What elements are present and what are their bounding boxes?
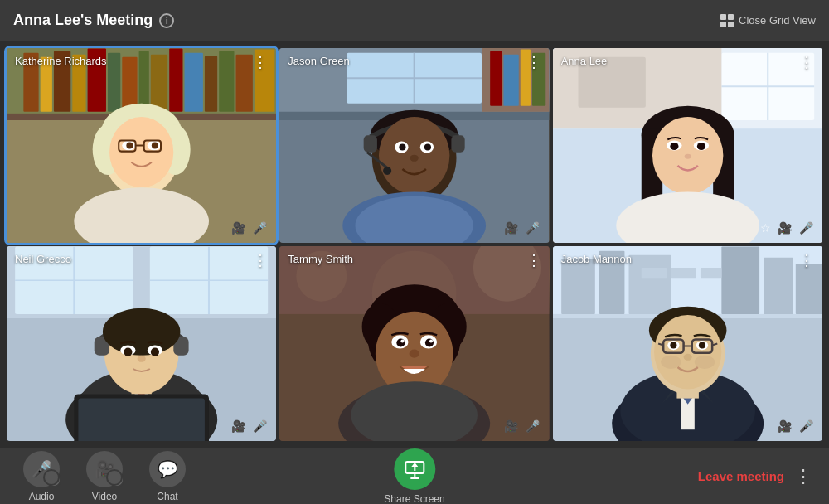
svg-point-71 <box>670 143 678 150</box>
leave-meeting-button[interactable]: Leave meeting <box>698 469 784 483</box>
svg-rect-7 <box>108 53 120 112</box>
video-icon-neil: 🎥 <box>230 418 246 434</box>
video-cell-jason: Jason Green ⋮ 🎥 🎤 <box>279 48 549 243</box>
svg-point-151 <box>670 342 676 348</box>
video-feed-katherine <box>7 48 276 243</box>
participant-name-neil: Neil Grecco <box>15 253 71 265</box>
video-grid: Katherine Richards ⋮ 🎥 🎤 <box>0 41 829 448</box>
svg-point-56 <box>383 167 391 175</box>
svg-rect-40 <box>504 55 519 106</box>
participant-name-anna: Anna Lee <box>561 55 608 67</box>
more-options-tammy[interactable]: ⋮ <box>526 253 541 268</box>
cell-controls-jason: 🎥 🎤 <box>503 220 541 236</box>
svg-point-50 <box>400 143 406 150</box>
share-label: Share Screen <box>384 493 444 505</box>
svg-point-154 <box>661 356 681 369</box>
participant-name-jacob: Jacob Mannon <box>561 253 632 265</box>
mic-toolbar-icon: 🎤 <box>32 459 52 479</box>
participant-name-jason: Jason Green <box>288 55 349 67</box>
audio-label: Audio <box>29 491 55 502</box>
svg-point-91 <box>103 308 181 356</box>
mic-icon-jason: 🎤 <box>525 220 541 236</box>
cell-controls-jacob: 🎥 🎤 <box>776 418 814 434</box>
chat-icon: 💬 <box>158 459 178 479</box>
mic-icon-anna: 🎤 <box>797 220 814 236</box>
close-grid-label: Close Grid View <box>739 14 816 27</box>
svg-rect-46 <box>452 135 465 152</box>
cell-controls-neil: 🎥 🎤 <box>230 418 268 434</box>
video-feed-anna <box>553 48 822 243</box>
grid-view-icon <box>720 14 734 27</box>
svg-rect-98 <box>78 399 204 441</box>
video-feed-jason <box>279 48 549 243</box>
share-screen-icon <box>404 458 425 480</box>
more-options-jacob[interactable]: ⋮ <box>799 253 814 268</box>
svg-point-117 <box>429 339 433 342</box>
mic-icon-neil: 🎤 <box>251 418 268 434</box>
video-feed-tammy <box>279 246 549 441</box>
meeting-title: Anna Lee's Meeting <box>13 12 153 29</box>
svg-rect-127 <box>721 247 759 314</box>
cell-controls-katherine: 🎥 🎤 <box>230 220 268 236</box>
svg-rect-130 <box>641 268 667 278</box>
more-options-toolbar[interactable]: ⋮ <box>794 466 812 487</box>
cell-controls-tammy: 🎥 🎤 <box>503 418 541 434</box>
svg-rect-13 <box>205 56 217 112</box>
toolbar-right: Leave meeting ⋮ <box>698 466 812 487</box>
video-feed-jacob <box>553 246 822 441</box>
svg-rect-12 <box>185 53 203 112</box>
svg-rect-128 <box>764 258 793 314</box>
svg-point-27 <box>152 142 158 148</box>
svg-rect-14 <box>219 51 234 112</box>
more-options-jason[interactable]: ⋮ <box>526 55 541 70</box>
video-icon-katherine: 🎥 <box>230 220 246 236</box>
star-icon-anna[interactable]: ☆ <box>760 221 771 235</box>
more-options-katherine[interactable]: ⋮ <box>253 55 268 70</box>
share-screen-center: Share Screen <box>384 448 444 505</box>
audio-icon-wrap: 🎤 ▲ <box>23 451 60 487</box>
chat-label: Chat <box>157 491 177 502</box>
video-icon-wrap: 🎥 ▲ <box>86 451 123 487</box>
svg-point-73 <box>684 154 691 159</box>
video-chevron-icon: ▲ <box>109 472 124 487</box>
svg-point-95 <box>151 348 159 356</box>
svg-point-26 <box>126 142 133 148</box>
svg-point-115 <box>425 338 434 346</box>
svg-rect-45 <box>364 135 377 152</box>
close-grid-view-button[interactable]: Close Grid View <box>720 14 816 27</box>
svg-rect-129 <box>795 264 822 314</box>
info-icon[interactable]: i <box>159 13 174 28</box>
share-screen-button[interactable]: Share Screen <box>384 448 444 505</box>
svg-point-23 <box>109 117 173 187</box>
svg-rect-39 <box>490 51 502 106</box>
audio-button[interactable]: 🎤 ▲ Audio <box>17 448 66 505</box>
video-cell-jacob: Jacob Mannon ⋮ 🎥 🎤 <box>553 246 822 441</box>
svg-point-96 <box>138 356 146 362</box>
header: Anna Lee's Meeting i Close Grid View <box>0 0 829 41</box>
svg-rect-126 <box>628 255 671 314</box>
svg-point-51 <box>424 143 431 150</box>
svg-rect-9 <box>139 51 149 112</box>
svg-point-52 <box>410 155 419 162</box>
svg-rect-124 <box>561 259 595 314</box>
svg-point-116 <box>401 339 405 342</box>
svg-rect-10 <box>151 55 167 112</box>
svg-point-155 <box>694 356 714 369</box>
mic-icon-katherine: 🎤 <box>251 220 268 236</box>
video-button[interactable]: 🎥 ▲ Video <box>80 448 129 505</box>
audio-chevron-icon: ▲ <box>46 472 61 487</box>
share-screen-icon-wrap <box>394 448 435 490</box>
camera-toolbar-icon: 🎥 <box>95 459 115 479</box>
svg-rect-8 <box>122 57 137 112</box>
participant-name-katherine: Katherine Richards <box>15 55 107 67</box>
video-icon-anna: 🎥 <box>776 220 793 236</box>
toolbar-left: 🎤 ▲ Audio 🎥 ▲ Video 💬 Chat <box>17 448 192 505</box>
video-feed-neil <box>7 246 276 441</box>
more-options-neil[interactable]: ⋮ <box>253 253 268 268</box>
svg-rect-132 <box>701 268 721 278</box>
svg-point-94 <box>124 348 132 356</box>
more-options-anna[interactable]: ⋮ <box>799 55 814 70</box>
chat-icon-wrap: 💬 <box>149 451 186 487</box>
svg-point-118 <box>410 350 419 358</box>
chat-button[interactable]: 💬 Chat <box>143 448 192 505</box>
